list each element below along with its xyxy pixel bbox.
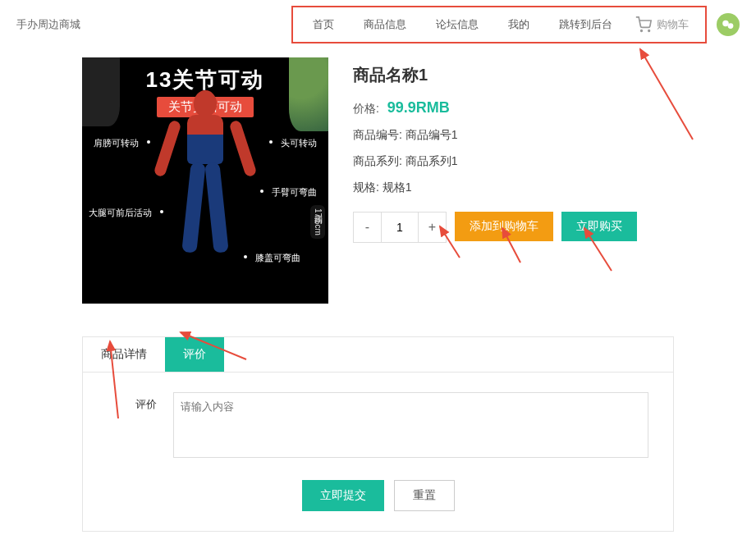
caption-arm: 手臂可弯曲: [267, 185, 322, 200]
nav-home[interactable]: 首页: [298, 12, 349, 37]
cart-label: 购物车: [657, 17, 689, 32]
price-label: 价格:: [353, 102, 379, 115]
site-title: 手办周边商城: [16, 17, 80, 32]
nav-mine[interactable]: 我的: [493, 12, 544, 37]
caption-shoulder: 肩膀可转动: [89, 135, 144, 151]
product-image: 13关节可动 关节灵活可动 肩膀可转动 头可转动 手臂可弯曲 大腿可前后活动 膝…: [82, 57, 328, 304]
svg-point-2: [722, 21, 729, 27]
review-textarea[interactable]: [173, 392, 648, 458]
code-label: 商品编号:: [353, 128, 402, 141]
caption-height: 高约17.5cm: [310, 205, 325, 239]
svg-point-1: [648, 30, 650, 32]
caption-head: 头可转动: [276, 135, 322, 151]
qty-input[interactable]: [382, 213, 418, 242]
submit-button[interactable]: 立即提交: [302, 480, 384, 511]
product-name: 商品名称1: [353, 64, 674, 86]
series-label: 商品系列:: [353, 154, 402, 167]
review-field-label: 评价: [108, 392, 157, 460]
wechat-icon[interactable]: [717, 13, 740, 36]
svg-point-3: [728, 23, 734, 29]
spec-label: 规格:: [353, 181, 379, 194]
qty-plus-button[interactable]: +: [418, 213, 446, 242]
tab-detail[interactable]: 商品详情: [83, 337, 165, 372]
caption-thigh: 大腿可前后活动: [84, 205, 157, 221]
spec-value: 规格1: [383, 181, 412, 194]
add-to-cart-button[interactable]: 添加到购物车: [455, 212, 553, 241]
quantity-stepper: - +: [353, 212, 447, 243]
svg-point-0: [641, 30, 643, 32]
qty-minus-button[interactable]: -: [354, 213, 382, 242]
caption-knee: 膝盖可弯曲: [250, 250, 305, 266]
reset-button[interactable]: 重置: [394, 480, 455, 511]
cart-icon: [635, 16, 652, 33]
nav-products[interactable]: 商品信息: [349, 12, 421, 37]
price-value: 99.9RMB: [387, 99, 450, 116]
nav-admin[interactable]: 跳转到后台: [544, 12, 627, 37]
code-value: 商品编号1: [405, 128, 458, 141]
nav-forum[interactable]: 论坛信息: [421, 12, 493, 37]
buy-now-button[interactable]: 立即购买: [561, 212, 637, 241]
series-value: 商品系列1: [405, 154, 458, 167]
tabs-section: 商品详情 评价 评价 立即提交 重置: [82, 336, 674, 532]
tab-review[interactable]: 评价: [165, 337, 224, 372]
product-info: 商品名称1 价格: 99.9RMB 商品编号: 商品编号1 商品系列: 商品系列…: [353, 57, 674, 304]
top-nav: 首页 商品信息 论坛信息 我的 跳转到后台 购物车: [291, 6, 707, 43]
cart-link[interactable]: 购物车: [627, 13, 697, 36]
